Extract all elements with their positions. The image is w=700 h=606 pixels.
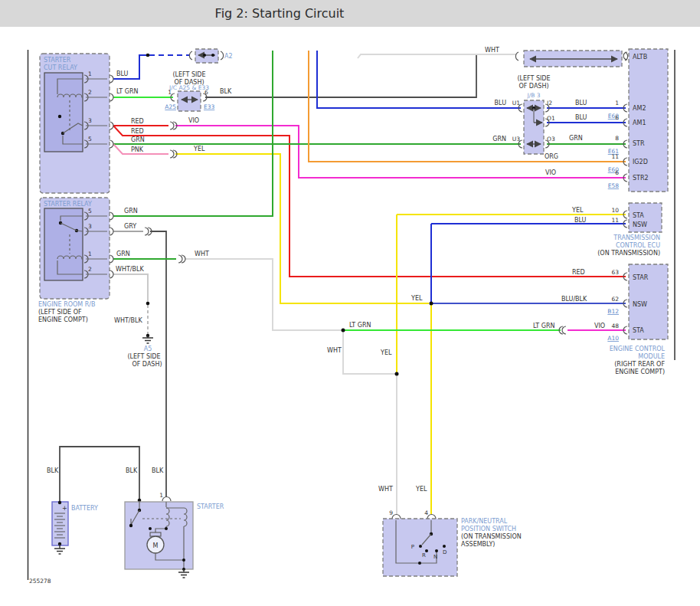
- wire-label-red: RED: [131, 118, 144, 125]
- starter-relay-title: STARTER RELAY: [44, 201, 92, 208]
- ground-id: A5: [144, 346, 152, 352]
- jc-id-right: E33: [204, 103, 215, 110]
- ecm-module: RED 63 STAR BLU/BLK 62 B12 NSW LT GRN VI…: [533, 264, 668, 375]
- wiring-diagram-page: Fig 2: Starting Circuit 255278: [0, 0, 700, 606]
- wire-label: GRN: [569, 135, 583, 142]
- wire-label-whtblk: WHT/BLK: [116, 266, 144, 273]
- splice-ltgrn: [342, 329, 345, 332]
- wire-labels: BLU LT GRN RED RED GRN PNK VIO YEL BLK G…: [114, 70, 427, 493]
- connector-id: A10: [607, 335, 619, 342]
- wire-label-wht: WHT: [378, 486, 393, 493]
- ecm-name-1: ENGINE CONTROL: [610, 346, 666, 352]
- wire-label-ltgrn: LT GRN: [349, 322, 371, 329]
- relay-contact-dot: [58, 115, 61, 118]
- starter-cut-relay-block: STARTER CUT RELAY 1 2 3 5: [40, 54, 113, 193]
- engine-room-loc-1: (LEFT SIDE OF: [38, 309, 82, 316]
- wire-blu-jb3-in: [317, 51, 521, 108]
- starter-relay-block: STARTER RELAY 5 3 1 2 ENGINE ROOM R/B (L…: [38, 198, 113, 323]
- terminal-altb: ALTB: [633, 54, 647, 61]
- wire-label-wht: WHT: [195, 251, 209, 257]
- wire-label-ltgrn: LT GRN: [533, 323, 555, 329]
- wire-wht-top: [358, 54, 516, 58]
- pin-number: 63: [611, 269, 619, 276]
- pin-arc: [162, 497, 171, 502]
- wire-label: YEL: [571, 207, 584, 214]
- position-d: D: [443, 549, 446, 555]
- terminal-am2: AM2: [633, 105, 646, 112]
- wire-label: ORG: [545, 153, 558, 160]
- a2-connector: A2: [189, 49, 232, 63]
- terminal-nsw: NSW: [633, 221, 647, 228]
- pin-number: 6: [615, 114, 619, 121]
- jb3-o1: O1: [547, 115, 555, 122]
- pin-number: 2: [88, 89, 92, 96]
- connector-grn-wht: [178, 255, 185, 263]
- junction-dots: [138, 54, 433, 503]
- starter-dot: [165, 527, 168, 530]
- altb-connector: WHT: [485, 47, 628, 67]
- tcm-module: YEL 10 STA BLU 11 NSW TRANSMISSION CONTR…: [571, 203, 662, 257]
- pin-number: 1: [615, 100, 619, 106]
- wire-label-wht: WHT: [327, 347, 342, 354]
- engine-room-loc-2: ENGINE COMPT): [38, 316, 88, 323]
- cut-relay-title-2: CUT RELAY: [44, 64, 77, 71]
- a2-dot: [203, 54, 206, 57]
- engine-room-rb-label: ENGINE ROOM R/B: [38, 301, 96, 308]
- splice-whtblk: [146, 302, 150, 306]
- pin-number: 11: [611, 217, 619, 224]
- jb3-connector: (LEFT SIDE OF DASH) J/B 3 BLU U1 I2 O1 G…: [492, 75, 555, 154]
- terminal-nsw: NSW: [633, 301, 647, 308]
- wire-label: BLU: [575, 114, 587, 121]
- tcm-location: (ON TRANSMISSION): [597, 250, 660, 257]
- wire-label-blk: BLK: [126, 467, 138, 474]
- pin-number: 1: [159, 492, 163, 499]
- connector-id: B12: [607, 308, 619, 315]
- splice-blu: [146, 54, 150, 57]
- pin-arc: [189, 51, 192, 60]
- terminal-star: STAR: [633, 274, 649, 281]
- wire-label-whtblk: WHT/BLK: [114, 317, 142, 324]
- jb3-u1: U1: [512, 100, 520, 106]
- jb3-loc-2: OF DASH): [518, 83, 548, 90]
- wire-label-vio: VIO: [188, 117, 199, 124]
- terminal-sta: STA: [633, 212, 644, 219]
- connector-id: E58: [608, 182, 620, 189]
- wire-yel-to-nsw-junction: [175, 154, 429, 303]
- pin-number: 10: [611, 207, 619, 214]
- wire-label-blu: BLU: [116, 70, 129, 77]
- wire-label-wht-top: WHT: [485, 47, 499, 54]
- a2-id: A2: [224, 53, 233, 60]
- jb3-loc-1: (LEFT SIDE: [517, 75, 550, 82]
- a2-dot: [211, 54, 214, 57]
- pin-number: 3: [88, 223, 92, 230]
- pin-number: 3: [88, 117, 92, 124]
- ecm-name-2: MODULE: [638, 353, 665, 360]
- jc-loc-1: (LEFT SIDE: [172, 71, 205, 78]
- pin-arcs: [392, 515, 436, 519]
- wire-label-blk: BLK: [220, 88, 232, 95]
- jc-pin-right: 6: [204, 89, 208, 96]
- top-module: ALTB BLU 1 E60 AM2 BLU 6 AM1 GRN 8 E61 S…: [545, 49, 668, 192]
- wire-label: BLU: [574, 217, 587, 224]
- starter-ground: [178, 569, 189, 578]
- terminal-sta: STA: [633, 327, 644, 334]
- pin-arc: [110, 122, 113, 129]
- ground-loc-2: OF DASH): [132, 361, 162, 368]
- wire-label-grn: GRN: [131, 136, 145, 143]
- wire-label-yel: YEL: [193, 146, 205, 152]
- splice-nsw: [430, 302, 433, 306]
- wire-wht-mid: [185, 259, 342, 330]
- pin-arc: [110, 228, 113, 235]
- wire-label-grn: GRN: [492, 136, 506, 142]
- starter-dot: [182, 559, 185, 562]
- jc-a25-e33-connector: (LEFT SIDE OF DASH) J/C A25 & E33 1 6 A2…: [165, 71, 214, 111]
- wire-whtblk: [113, 274, 148, 302]
- ground-symbol: [142, 336, 153, 343]
- wire-label: VIO: [594, 323, 605, 329]
- battery-block: + BATTERY BLK: [47, 467, 98, 554]
- pin-number: 5: [88, 208, 92, 215]
- tcm-name-2: CONTROL ECU: [616, 242, 660, 249]
- pnp-contact-d: [443, 545, 446, 548]
- pin-number: 11: [611, 153, 619, 160]
- pin-arc: [110, 270, 113, 278]
